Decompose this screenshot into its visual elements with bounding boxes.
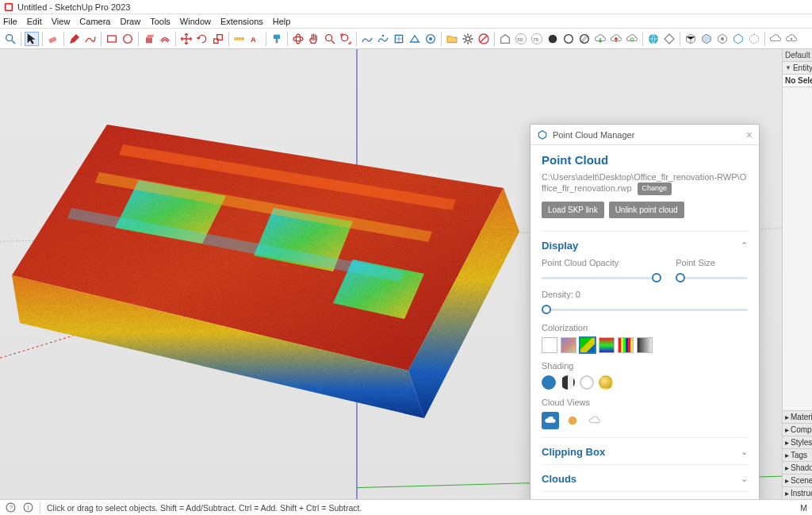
menu-tools[interactable]: Tools xyxy=(150,17,170,26)
section-display[interactable]: Display ⌃ xyxy=(542,231,748,258)
cube2-icon[interactable] xyxy=(699,32,714,46)
cloudB-icon[interactable] xyxy=(784,32,799,46)
cube1-icon[interactable] xyxy=(684,32,698,46)
hatch-icon[interactable] xyxy=(577,32,592,46)
rectangle-icon[interactable] xyxy=(105,32,119,46)
pcm-body: Point Cloud C:\Users\adelt\Desktop\Offic… xyxy=(530,145,759,499)
cloud-up-icon[interactable] xyxy=(609,32,623,46)
eraser-icon[interactable] xyxy=(46,32,60,46)
sandbox2-icon[interactable] xyxy=(376,32,390,46)
section-clipping[interactable]: Clipping Box ⌄ xyxy=(542,437,748,464)
menu-edit[interactable]: Edit xyxy=(27,17,42,26)
section-clouds[interactable]: Clouds ⌄ xyxy=(542,464,748,491)
offset-icon[interactable] xyxy=(158,32,172,46)
freehand-icon[interactable] xyxy=(83,32,98,46)
pan-icon[interactable] xyxy=(307,32,321,46)
tray-entity-info[interactable]: ▼Entity Info xyxy=(783,62,812,75)
orbit-icon[interactable] xyxy=(291,32,305,46)
cloudview-globe[interactable] xyxy=(564,412,581,429)
chevron-down-icon: ⌄ xyxy=(741,447,748,457)
colorization-intensity[interactable] xyxy=(580,337,596,353)
section-display-label: Display xyxy=(542,240,578,252)
opacity-slider[interactable] xyxy=(542,272,661,283)
viewport[interactable]: Point Cloud Manager × Point Cloud C:\Use… xyxy=(0,49,782,499)
sandbox3-icon[interactable] xyxy=(392,32,406,46)
pcm-heading: Point Cloud xyxy=(542,153,748,167)
colorization-stripes[interactable] xyxy=(618,337,634,353)
close-icon[interactable]: × xyxy=(746,129,753,141)
diamond-icon[interactable] xyxy=(662,32,676,46)
pushpull-icon[interactable] xyxy=(142,32,156,46)
shading-white[interactable] xyxy=(580,375,594,390)
shading-gold[interactable] xyxy=(599,375,613,390)
move-icon[interactable] xyxy=(179,32,193,46)
protractor-icon[interactable]: A xyxy=(248,32,262,46)
cube4-icon[interactable] xyxy=(731,32,745,46)
tray-item-materials[interactable]: ▸Materials xyxy=(783,410,812,423)
point-cloud-manager-panel: Point Cloud Manager × Point Cloud C:\Use… xyxy=(530,124,760,499)
cloud-sync-icon[interactable] xyxy=(625,32,639,46)
change-button[interactable]: Change xyxy=(638,183,672,195)
scale-icon[interactable] xyxy=(211,32,225,46)
circ-icon[interactable] xyxy=(561,32,576,46)
sandbox4-icon[interactable] xyxy=(408,32,422,46)
gear-icon[interactable] xyxy=(461,32,475,46)
help-icon[interactable]: ? xyxy=(5,502,16,513)
cloudview-sketch[interactable] xyxy=(586,412,603,429)
menu-draw[interactable]: Draw xyxy=(120,17,140,26)
tray-item-components[interactable]: ▸Components xyxy=(783,423,812,436)
menu-window[interactable]: Window xyxy=(180,17,211,26)
colorization-elevation[interactable] xyxy=(599,337,615,353)
pcm-titlebar[interactable]: Point Cloud Manager × xyxy=(530,125,759,145)
pencil-icon[interactable] xyxy=(67,32,82,46)
menu-extensions[interactable]: Extensions xyxy=(220,17,263,26)
warehouse-icon[interactable] xyxy=(498,32,512,46)
colorization-gray[interactable] xyxy=(637,337,653,353)
cloud-dl-icon[interactable] xyxy=(593,32,607,46)
zoom-icon[interactable] xyxy=(323,32,337,46)
num75-icon[interactable]: 75 xyxy=(530,32,544,46)
sandbox5-icon[interactable] xyxy=(423,32,438,46)
load-skp-button[interactable]: Load SKP link xyxy=(542,202,604,218)
tray-item-tags[interactable]: ▸Tags xyxy=(783,448,812,461)
tray-title[interactable]: Default Tray xyxy=(783,49,812,62)
tray-item-styles[interactable]: ▸Styles xyxy=(783,436,812,448)
shading-half[interactable] xyxy=(561,375,575,390)
svg-point-17 xyxy=(296,34,300,44)
rotate-icon[interactable] xyxy=(195,32,209,46)
colorization-rgb[interactable] xyxy=(561,337,576,353)
toolbar: A 50 75 xyxy=(0,29,812,49)
globe-icon[interactable] xyxy=(646,32,661,46)
blob-icon[interactable] xyxy=(546,32,560,46)
pointsize-slider[interactable] xyxy=(676,272,748,283)
tray-item-scenes[interactable]: ▸Scenes xyxy=(783,474,812,486)
section-section[interactable]: Section ⌄ xyxy=(542,491,748,499)
cube3-icon[interactable] xyxy=(715,32,730,46)
menu-help[interactable]: Help xyxy=(273,17,291,26)
menu-file[interactable]: File xyxy=(3,17,17,26)
tray-item-shadows[interactable]: ▸Shadows xyxy=(783,461,812,474)
cloudA-icon[interactable] xyxy=(768,32,783,46)
no-icon[interactable] xyxy=(477,32,491,46)
circle-icon[interactable] xyxy=(121,32,135,46)
colorization-none[interactable] xyxy=(542,337,557,353)
menu-view[interactable]: View xyxy=(52,17,71,26)
info-icon[interactable]: i xyxy=(22,502,33,513)
cloudview-cloud[interactable] xyxy=(542,412,559,429)
paint-icon[interactable] xyxy=(270,32,284,46)
density-slider[interactable] xyxy=(542,304,748,315)
select-tool-icon[interactable] xyxy=(25,32,39,46)
tape-icon[interactable] xyxy=(232,32,247,46)
sandbox1-icon[interactable] xyxy=(360,32,374,46)
search-icon[interactable] xyxy=(3,32,17,46)
cube5-icon[interactable] xyxy=(747,32,761,46)
tray-item-instructor[interactable]: ▸Instructor xyxy=(783,486,812,499)
svg-text:?: ? xyxy=(9,505,12,510)
folder-icon[interactable] xyxy=(445,32,459,46)
unlink-button[interactable]: Unlink point cloud xyxy=(609,202,684,218)
menu-camera[interactable]: Camera xyxy=(79,17,110,26)
shading-label: Shading xyxy=(542,361,748,371)
shading-flat[interactable] xyxy=(542,375,556,390)
num50-icon[interactable]: 50 xyxy=(514,32,528,46)
zoom-extents-icon[interactable] xyxy=(339,32,353,46)
